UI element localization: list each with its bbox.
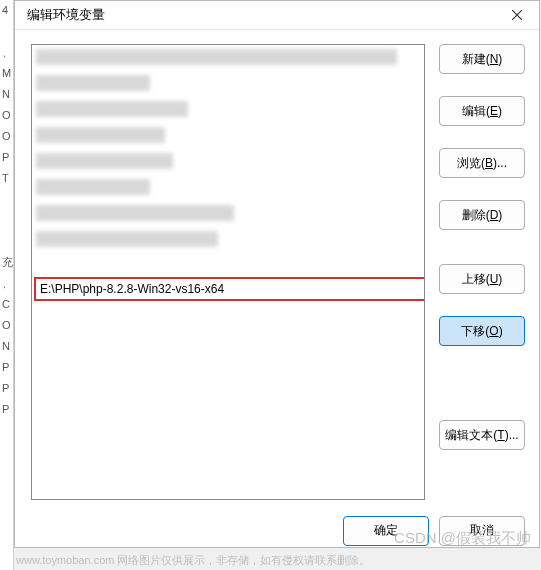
dialog-body: E:\PHP\php-8.2.8-Win32-vs16-x64 新建(N) 编辑… — [15, 30, 539, 514]
blurred-entries — [36, 49, 416, 249]
move-down-button[interactable]: 下移(O) — [439, 316, 525, 346]
background-edge: 4 、 M N O O P T 充 、 C O N P P P — [0, 0, 14, 570]
watermark-source: www.toymoban.com 网络图片仅供展示，非存储，如有侵权请联系删除。 — [16, 553, 370, 568]
titlebar: 编辑环境变量 — [15, 1, 539, 30]
list-item-value: E:\PHP\php-8.2.8-Win32-vs16-x64 — [40, 282, 224, 296]
browse-button[interactable]: 浏览(B)... — [439, 148, 525, 178]
path-listbox[interactable]: E:\PHP\php-8.2.8-Win32-vs16-x64 — [31, 44, 425, 500]
edit-button[interactable]: 编辑(E) — [439, 96, 525, 126]
watermark-csdn: CSDN @假装我不帅 — [394, 529, 531, 548]
delete-button[interactable]: 删除(D) — [439, 200, 525, 230]
list-item-selected[interactable]: E:\PHP\php-8.2.8-Win32-vs16-x64 — [34, 277, 425, 301]
move-up-button[interactable]: 上移(U) — [439, 264, 525, 294]
edit-text-button[interactable]: 编辑文本(T)... — [439, 420, 525, 450]
dialog-title: 编辑环境变量 — [27, 6, 503, 24]
edit-env-dialog: 编辑环境变量 E:\PHP\php-8.2.8-Win32-vs16-x64 新… — [14, 0, 540, 548]
new-button[interactable]: 新建(N) — [439, 44, 525, 74]
close-icon[interactable] — [503, 1, 531, 29]
button-column: 新建(N) 编辑(E) 浏览(B)... 删除(D) 上移(U) 下移(O) 编… — [439, 44, 525, 500]
